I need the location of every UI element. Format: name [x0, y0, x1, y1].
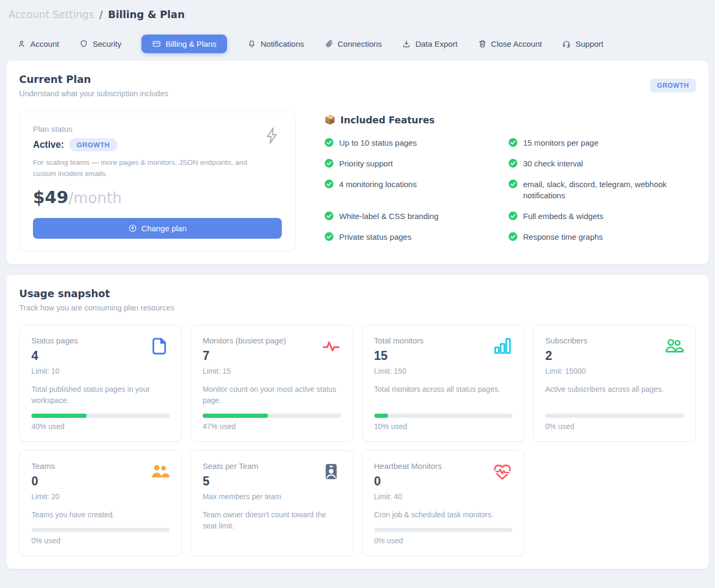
feature-item: 4 monitoring locations	[324, 179, 508, 190]
tab-label: Close Account	[491, 39, 542, 48]
feature-label: 4 monitoring locations	[339, 179, 417, 190]
current-plan-section: Current Plan Understand what your subscr…	[6, 61, 709, 264]
pulse-icon	[321, 336, 341, 356]
tab-label: Notifications	[260, 39, 304, 48]
tab-data-export[interactable]: Data Export	[402, 35, 457, 53]
file-icon	[149, 336, 170, 356]
usage-card-title: Monitors (busiest page)	[203, 336, 341, 345]
usage-progress-bar	[31, 528, 170, 532]
usage-card-limit: Limit: 20	[31, 492, 170, 501]
change-plan-button[interactable]: Change plan	[33, 218, 282, 239]
current-plan-header: Current Plan Understand what your subscr…	[19, 73, 696, 98]
tab-label: Data Export	[415, 39, 457, 48]
feature-label: Full embeds & widgets	[523, 211, 603, 222]
feature-label: Private status pages	[339, 231, 411, 243]
usage-card-title: Seats per Team	[203, 461, 341, 471]
usage-card-description: Total published status pages in your wor…	[31, 384, 170, 406]
check-circle-icon	[324, 158, 334, 168]
usage-percent-label: 0% used	[374, 536, 512, 545]
tab-security[interactable]: Security	[79, 35, 121, 53]
person-icon	[17, 39, 26, 48]
usage-card-value: 5	[203, 474, 341, 489]
usage-card-value: 0	[31, 474, 170, 489]
plan-active-row: Active: GROWTH	[33, 138, 282, 152]
usage-card-limit: Limit: 40	[374, 492, 512, 501]
circle-arrow-up-icon	[128, 224, 137, 233]
usage-percent-label: 0% used	[31, 536, 170, 545]
plan-description: For scaling teams — more pages & monitor…	[33, 157, 256, 180]
usage-percent-label: 10% used	[374, 422, 512, 431]
check-circle-icon	[324, 179, 334, 189]
usage-card-description: Monitor count on your most active status…	[203, 384, 341, 406]
tab-bar: AccountSecurityBilling & PlansNotificati…	[17, 35, 715, 53]
feature-label: email, slack, discord, telegram, webhook…	[523, 179, 696, 202]
check-circle-icon	[508, 232, 518, 241]
id-badge-icon	[321, 461, 341, 482]
usage-progress-fill	[374, 414, 388, 418]
lightning-icon	[262, 125, 281, 146]
feature-label: White-label & CSS branding	[339, 211, 439, 222]
usage-card-value: 0	[374, 474, 512, 489]
feature-label: Up to 10 status pages	[339, 137, 417, 149]
usage-card-value: 4	[31, 349, 170, 363]
usage-card-heartbeat-monitors: Heartbeat Monitors0Limit: 40Cron job & s…	[362, 450, 525, 556]
bar-chart-icon	[492, 336, 512, 356]
included-features: 📦 Included Features Up to 10 status page…	[324, 112, 696, 251]
usage-title: Usage snapshot	[19, 288, 696, 299]
breadcrumb-page: Billing & Plan	[108, 9, 184, 20]
usage-progress-bar	[545, 414, 684, 418]
plan-status-badge: GROWTH	[69, 138, 117, 152]
trash-icon	[478, 39, 487, 48]
usage-card-value: 7	[203, 349, 341, 363]
tab-billing-plans[interactable]: Billing & Plans	[141, 35, 227, 53]
feature-label: Priority support	[339, 158, 393, 170]
breadcrumb: Account Settings / Billing & Plan	[0, 0, 715, 20]
usage-card-limit: Limit: 150	[374, 367, 512, 375]
feature-label: 30 check interval	[523, 158, 583, 170]
usage-card-total-monitors: Total monitors15Limit: 150Total monitors…	[362, 325, 525, 442]
usage-card-description: Team owner doesn't count toward the seat…	[203, 509, 341, 545]
tab-label: Billing & Plans	[165, 39, 216, 48]
plan-status-label: Plan status	[33, 124, 282, 133]
breadcrumb-section[interactable]: Account Settings	[9, 9, 94, 20]
tab-close-account[interactable]: Close Account	[478, 35, 542, 53]
usage-card-limit: Limit: 15	[203, 367, 341, 375]
usage-percent-label: 40% used	[31, 422, 170, 431]
included-features-title: Included Features	[340, 115, 434, 125]
feature-label: Response time graphs	[523, 231, 603, 243]
current-plan-subtitle: Understand what your subscription includ…	[19, 89, 168, 98]
usage-progress-fill	[203, 414, 267, 418]
page: Account Settings / Billing & Plan Accoun…	[0, 0, 715, 569]
features-grid: Up to 10 status pages15 monitors per pag…	[324, 137, 696, 243]
usage-card-status-pages: Status pages4Limit: 10Total published st…	[19, 325, 182, 442]
usage-progress-bar	[31, 414, 170, 418]
usage-percent-label: 0% used	[545, 422, 684, 431]
plan-price-row: $49 /month	[33, 187, 282, 207]
tab-label: Account	[30, 39, 59, 48]
usage-card-title: Status pages	[31, 336, 170, 345]
tab-notifications[interactable]: Notifications	[247, 35, 304, 53]
tab-label: Support	[575, 39, 603, 48]
check-circle-icon	[508, 158, 518, 168]
usage-progress-bar	[374, 414, 512, 418]
usage-grid: Status pages4Limit: 10Total published st…	[19, 325, 696, 556]
usage-card-description: Cron job & scheduled task monitors.	[374, 509, 512, 520]
usage-card-seats-per-team: Seats per Team5Max members per teamTeam …	[190, 450, 353, 556]
tab-support[interactable]: Support	[562, 35, 603, 53]
tab-connections[interactable]: Connections	[324, 35, 382, 53]
check-circle-icon	[508, 179, 518, 189]
users-filled-icon	[149, 461, 170, 482]
change-plan-label: Change plan	[141, 224, 187, 233]
feature-item: Full embeds & widgets	[508, 211, 696, 222]
usage-card-subscribers: Subscribers2Limit: 15000Active subscribe…	[533, 325, 696, 442]
feature-item: 15 monitors per page	[508, 137, 696, 149]
tab-account[interactable]: Account	[17, 35, 59, 53]
feature-item: White-label & CSS branding	[324, 211, 508, 222]
feature-item: Priority support	[324, 158, 508, 170]
usage-card-title: Heartbeat Monitors	[374, 461, 512, 471]
usage-card-description: Teams you have created.	[31, 509, 170, 520]
usage-card-value: 2	[545, 349, 684, 363]
included-features-header: 📦 Included Features	[324, 114, 696, 125]
heart-pulse-icon	[492, 461, 512, 482]
usage-progress-fill	[31, 414, 87, 418]
